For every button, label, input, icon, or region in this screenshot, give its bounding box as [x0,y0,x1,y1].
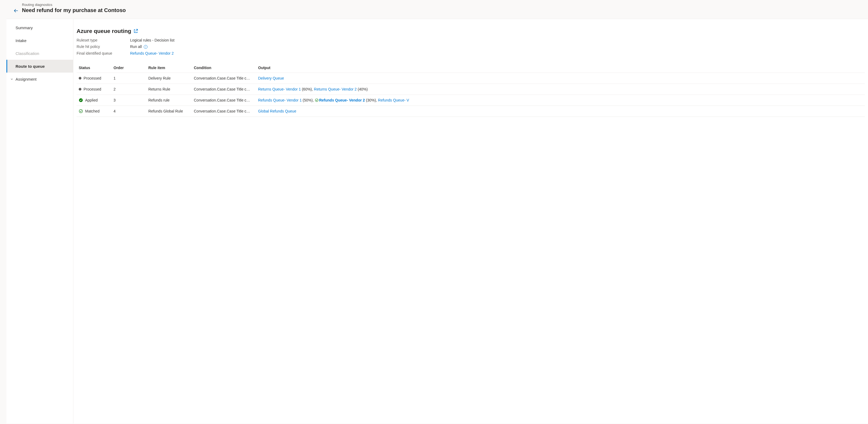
sidebar-item-summary[interactable]: Summary [6,21,73,34]
matched-check-icon [79,109,83,113]
applied-check-icon [79,98,83,102]
col-rule-item[interactable]: Rule item [146,63,192,73]
col-status[interactable]: Status [76,63,112,73]
open-in-new-window-button[interactable] [133,29,138,33]
col-order[interactable]: Order [112,63,146,73]
output-queue-link[interactable]: Global Refunds Queue [258,109,296,113]
status-text: Matched [85,109,100,113]
status-cell: Applied [79,98,109,102]
open-in-new-icon [133,29,138,33]
output-queue-link[interactable]: Delivery Queue [258,76,284,80]
content-title: Azure queue routing [76,28,131,34]
final-queue-link[interactable]: Refunds Queue- Vendor 2 [130,51,174,56]
status-text: Processed [84,87,101,91]
sidebar-item-label: Classification [16,51,39,56]
condition-cell: Conversation.Case.Case Title c… [192,95,256,105]
rule-item-cell: Delivery Rule [146,72,192,84]
status-text: Applied [85,98,98,102]
col-output[interactable]: Output [256,63,865,73]
output-cell: Returns Queue- Vendor 1 (60%), Returns Q… [256,84,865,95]
sidebar-item-label: Summary [16,25,33,30]
final-queue-label: Final identified queue [76,51,130,56]
table-row[interactable]: Processed2Returns RuleConversation.Case.… [76,84,865,95]
info-icon[interactable]: i [144,45,148,49]
output-cell: Global Refunds Queue [256,105,865,117]
order-cell: 2 [112,84,146,95]
selected-check-icon [315,98,319,102]
sidebar-item-assignment[interactable]: Assignment [6,72,73,86]
output-pct: (30%), [365,98,378,102]
output-pct: (40%) [356,87,368,91]
arrow-left-icon [14,8,19,13]
table-header-row: Status Order Rule item Condition Output [76,63,865,73]
sidebar-item-classification[interactable]: Classification [6,47,73,60]
page-title: Need refund for my purchase at Contoso [22,7,126,13]
output-queue-link[interactable]: Returns Queue- Vendor 1 [258,87,301,91]
output-queue-link[interactable]: Refunds Queue- Vendor 1 [258,98,302,102]
sidebar: SummaryIntakeClassificationRoute to queu… [6,19,73,423]
col-condition[interactable]: Condition [192,63,256,73]
order-cell: 1 [112,72,146,84]
output-pct: (60%), [301,87,314,91]
rule-item-cell: Returns Rule [146,84,192,95]
rule-item-cell: Refunds Global Rule [146,105,192,117]
condition-cell: Conversation.Case.Case Title c… [192,84,256,95]
output-queue-link[interactable]: Refunds Queue- V [378,98,409,102]
ruleset-type-value: Logical rules - Decision list [130,38,865,42]
rule-hit-policy-value: Run all i [130,44,865,49]
content-pane: Azure queue routing Ruleset type Logical… [73,19,868,423]
output-cell: Refunds Queue- Vendor 1 (50%), Refunds Q… [256,95,865,105]
sidebar-item-label: Assignment [16,77,36,82]
meta-grid: Ruleset type Logical rules - Decision li… [76,38,865,56]
processed-dot-icon [79,88,82,91]
sidebar-item-route-to-queue[interactable]: Route to queue [6,60,73,72]
status-text: Processed [84,76,101,80]
condition-cell: Conversation.Case.Case Title c… [192,105,256,117]
status-cell: Matched [79,109,109,113]
ruleset-type-label: Ruleset type [76,38,130,42]
page-eyebrow: Routing diagnostics [22,3,126,7]
back-button[interactable] [12,6,20,15]
content-title-row: Azure queue routing [76,28,865,34]
processed-dot-icon [79,77,82,80]
sidebar-item-label: Route to queue [16,64,45,68]
rule-hit-policy-label: Rule hit policy [76,44,130,49]
order-cell: 4 [112,105,146,117]
rule-item-cell: Refunds rule [146,95,192,105]
sidebar-item-label: Intake [16,38,27,43]
final-queue-value: Refunds Queue- Vendor 2 [130,51,865,56]
chevron-down-icon [10,77,14,81]
output-queue-link[interactable]: Returns Queue- Vendor 2 [314,87,357,91]
sidebar-item-intake[interactable]: Intake [6,34,73,47]
condition-cell: Conversation.Case.Case Title c… [192,72,256,84]
order-cell: 3 [112,95,146,105]
table-row[interactable]: Applied3Refunds ruleConversation.Case.Ca… [76,95,865,105]
table-row[interactable]: Matched4Refunds Global RuleConversation.… [76,105,865,117]
output-pct: (50%), [302,98,315,102]
status-cell: Processed [79,87,109,91]
output-cell: Delivery Queue [256,72,865,84]
status-cell: Processed [79,76,109,80]
rules-table: Status Order Rule item Condition Output … [76,63,865,117]
page-header: Routing diagnostics Need refund for my p… [0,0,868,18]
output-queue-link[interactable]: Refunds Queue- Vendor 2 [319,98,365,102]
table-row[interactable]: Processed1Delivery RuleConversation.Case… [76,72,865,84]
